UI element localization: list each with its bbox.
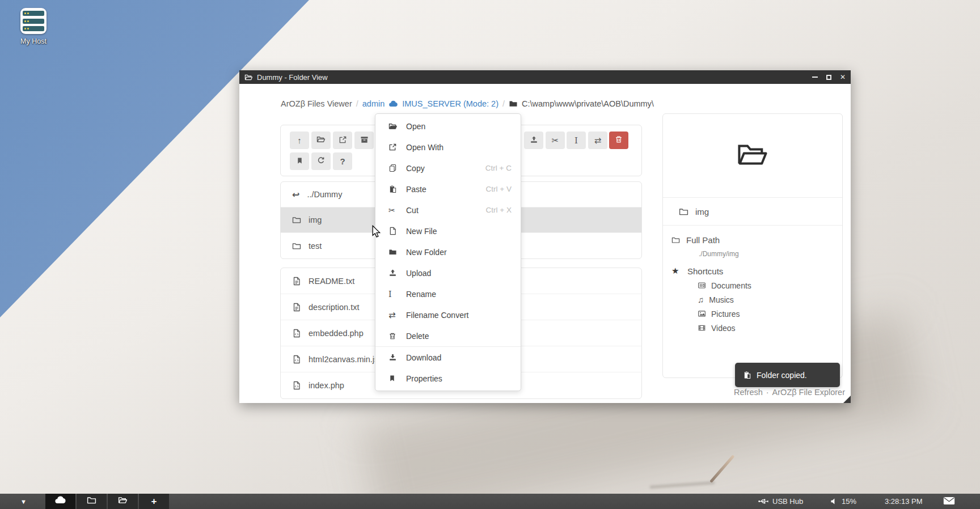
- go-up-button[interactable]: ↑: [290, 132, 309, 149]
- shortcuts-header: ★ Shortcuts: [671, 264, 842, 278]
- full-path-value: ./Dummy/img: [699, 247, 842, 261]
- properties-panel: img Full Path ./Dummy/img ★ Shortcuts Do…: [662, 113, 843, 378]
- taskbar-mail[interactable]: [943, 494, 955, 509]
- open-with-button[interactable]: [333, 132, 352, 149]
- server-bar: [23, 19, 44, 24]
- toast-notification: Folder copied.: [735, 363, 840, 387]
- taskbar-button-open-folder[interactable]: [108, 494, 138, 509]
- taskbar-button-new[interactable]: +: [139, 494, 169, 509]
- taskbar-button-folder[interactable]: [77, 494, 107, 509]
- shortcuts-label: Shortcuts: [687, 266, 723, 276]
- menu-item-new-file[interactable]: New File: [375, 220, 521, 241]
- row-label: ../Dummy: [307, 190, 342, 199]
- selected-item-name: img: [695, 207, 709, 217]
- up-arrow-icon: ↑: [297, 135, 302, 145]
- menu-item-upload[interactable]: Upload: [375, 262, 521, 283]
- menu-item-new-folder[interactable]: New Folder: [375, 241, 521, 262]
- footer-app-label: ArOZβ File Explorer: [772, 388, 845, 397]
- menu-item-rename[interactable]: I Rename: [375, 283, 521, 304]
- chevron-down-icon: ▼: [20, 498, 27, 505]
- breadcrumb-separator: /: [356, 99, 358, 108]
- menu-item-properties[interactable]: Properties: [375, 368, 521, 389]
- folder-icon: [509, 99, 518, 108]
- open-folder-icon: [316, 135, 326, 146]
- menu-item-open[interactable]: Open: [375, 116, 521, 137]
- menu-item-open-with[interactable]: Open With: [375, 137, 521, 158]
- menu-item-cut[interactable]: ✂ Cut Ctrl + X: [375, 200, 521, 220]
- swap-arrows-icon: ⇄: [388, 310, 400, 320]
- cut-button[interactable]: ✂: [546, 132, 565, 149]
- server-bar: [23, 26, 44, 31]
- copy-icon: [388, 164, 400, 172]
- window-body: ArOZβ Files Viewer / admin IMUS_SERVER (…: [239, 84, 851, 403]
- minimize-button[interactable]: [812, 77, 818, 78]
- window-titlebar[interactable]: Dummy - Folder View ✕: [239, 70, 851, 84]
- picture-icon: [698, 309, 706, 318]
- full-path-row: Full Path: [671, 232, 842, 247]
- upload-icon: [530, 135, 538, 146]
- resize-handle[interactable]: [843, 396, 851, 403]
- taskbar-button-cloud[interactable]: [45, 494, 75, 509]
- breadcrumb-app: ArOZβ Files Viewer: [281, 99, 352, 108]
- newspaper-icon: [698, 281, 706, 290]
- trash-icon: [388, 332, 400, 340]
- taskbar-clock[interactable]: 3:28:13 PM: [885, 494, 923, 509]
- envelope-icon: [943, 497, 955, 507]
- shortcut-musics[interactable]: ♫ Musics: [698, 292, 842, 307]
- refresh-link[interactable]: Refresh: [734, 388, 763, 397]
- breadcrumb: ArOZβ Files Viewer / admin IMUS_SERVER (…: [281, 97, 654, 111]
- footer-separator: ·: [766, 388, 769, 397]
- open-folder-icon: [244, 73, 253, 82]
- breadcrumb-server-link[interactable]: IMUS_SERVER (Mode: 2): [402, 99, 499, 108]
- cloud-icon: [388, 99, 398, 109]
- taskbar-volume-status[interactable]: 15%: [830, 494, 856, 509]
- folder-icon: [679, 207, 688, 217]
- external-link-icon: [339, 135, 347, 146]
- open-button[interactable]: [311, 132, 331, 149]
- selected-item-name-row: img: [663, 198, 842, 226]
- menu-item-download[interactable]: Download: [375, 346, 521, 368]
- menu-item-paste[interactable]: Paste Ctrl + V: [375, 179, 521, 200]
- menu-item-delete[interactable]: Delete: [375, 325, 521, 346]
- bookmark-button[interactable]: [290, 152, 309, 170]
- menu-item-copy[interactable]: Copy Ctrl + C: [375, 158, 521, 179]
- usb-label: USB Hub: [772, 497, 803, 506]
- film-icon: [698, 324, 706, 332]
- filename-convert-button[interactable]: ⇄: [588, 132, 607, 149]
- taskbar-chevron[interactable]: ▼: [20, 494, 27, 509]
- code-file-icon: [292, 381, 301, 390]
- window-footer: Refresh · ArOZβ File Explorer: [734, 388, 845, 397]
- menu-item-filename-convert[interactable]: ⇄ Filename Convert: [375, 304, 521, 325]
- scissors-icon: ✂: [552, 135, 559, 146]
- upload-button[interactable]: [524, 132, 543, 149]
- shortcut-pictures[interactable]: Pictures: [698, 307, 842, 321]
- cloud-icon: [54, 494, 66, 508]
- paste-icon: [743, 371, 751, 379]
- taskbar-usb-status[interactable]: USB Hub: [758, 494, 803, 509]
- maximize-button[interactable]: [826, 75, 831, 80]
- text-file-icon: [292, 277, 301, 286]
- rename-button[interactable]: I: [567, 132, 586, 149]
- scissors-icon: ✂: [388, 206, 400, 215]
- question-icon: ?: [340, 156, 345, 166]
- shortcut-videos[interactable]: Videos: [698, 321, 842, 335]
- refresh-button[interactable]: [311, 152, 331, 170]
- folder-icon: [292, 241, 301, 251]
- back-arrow-icon: ↩: [292, 189, 299, 200]
- new-file-icon: [388, 227, 400, 235]
- code-file-icon: [292, 355, 301, 364]
- breadcrumb-path: C:\wamp\www\private\AOB\Dummy\: [522, 99, 654, 108]
- archive-icon: [360, 135, 369, 146]
- shortcut-label: Videos: [711, 324, 736, 333]
- trash-icon: [615, 135, 623, 145]
- plus-icon: +: [151, 496, 157, 507]
- close-button[interactable]: ✕: [840, 74, 846, 80]
- taskbar: ▼ + USB Hub 15% 3:28:13 PM: [0, 494, 980, 509]
- delete-button[interactable]: [609, 132, 628, 149]
- new-folder-icon: [388, 248, 400, 256]
- breadcrumb-user-link[interactable]: admin: [362, 99, 385, 108]
- archive-button[interactable]: [354, 132, 374, 149]
- help-button[interactable]: ?: [333, 152, 352, 170]
- shortcut-documents[interactable]: Documents: [698, 278, 842, 292]
- desktop-icon-my-host[interactable]: My Host: [16, 8, 51, 45]
